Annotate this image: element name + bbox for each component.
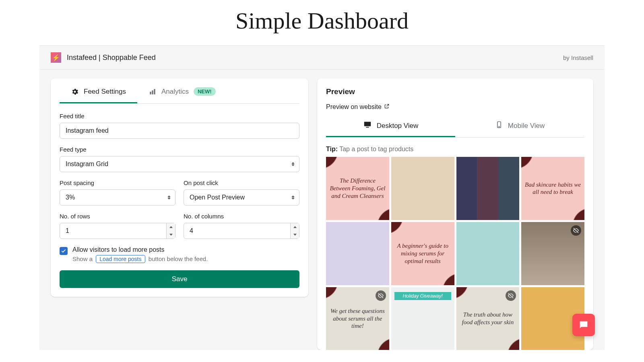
svg-rect-4 [366,127,369,128]
select-caret-icon [291,162,295,166]
settings-tabs: Feed Settings Analytics NEW! [60,78,299,104]
tab-desktop-view[interactable]: Desktop View [326,116,455,137]
hidden-icon [506,290,516,301]
columns-label: No. of columns [184,213,299,220]
preview-tile[interactable] [521,222,584,285]
preview-tile[interactable]: We get these questions about serums all … [326,287,389,350]
bar-chart-icon [149,88,157,96]
tab-mobile-view[interactable]: Mobile View [455,116,584,137]
tab-label: Analytics [161,88,189,96]
app-logo-icon: ⚡ [51,52,61,63]
gear-icon [71,88,79,96]
columns-step-down[interactable] [291,231,299,239]
feed-type-label: Feed type [60,146,299,153]
mobile-icon [495,121,503,131]
preview-grid: The Difference Between Foaming, Gel and … [326,157,584,350]
preview-tile[interactable]: A beginner's guide to mixing serums for … [391,222,454,285]
rows-step-down[interactable] [167,231,175,239]
preview-tile[interactable]: The truth about how food affects your sk… [456,287,520,350]
save-button[interactable]: Save [60,270,299,288]
external-link-icon [384,103,390,111]
app-credit: by Instasell [563,54,593,61]
feed-title-label: Feed title [60,113,299,119]
new-badge: NEW! [194,87,216,96]
select-caret-icon [291,195,295,200]
page-title: Simple Dashboard [0,0,644,45]
preview-on-website-link[interactable]: Preview on website [326,103,390,111]
select-caret-icon [167,195,171,200]
svg-point-6 [499,126,500,127]
preview-tile[interactable]: Holiday Giveaway! [391,287,454,350]
allow-more-label: Allow visitors to load more posts [72,246,208,253]
allow-more-help: Show a Load more posts button below the … [72,255,208,263]
preview-tile[interactable] [326,222,389,285]
rows-input[interactable] [60,223,175,239]
columns-step-up[interactable] [291,223,299,231]
tab-analytics[interactable]: Analytics NEW! [137,78,227,103]
feed-title-input[interactable] [60,123,299,139]
hidden-icon [571,225,581,236]
settings-card: Feed Settings Analytics NEW! Feed title … [51,78,308,297]
preview-tile[interactable] [456,222,520,285]
app-name: Instafeed | Shoppable Feed [67,53,156,62]
on-post-click-select[interactable] [184,189,299,206]
preview-tile[interactable]: Bad skincare habits we all need to break [521,157,584,220]
preview-card: Preview Preview on website Desktop View [317,78,593,350]
app-header: ⚡ Instafeed | Shoppable Feed by Instasel… [39,46,605,70]
preview-tile[interactable] [391,157,454,220]
tip-line: Tip: Tap a post to tag products [326,146,584,153]
app-shell: ⚡ Instafeed | Shoppable Feed by Instasel… [39,45,605,350]
hidden-icon [376,290,386,301]
rows-label: No. of rows [60,213,175,220]
feed-type-select[interactable] [60,156,299,172]
rows-step-up[interactable] [167,223,175,231]
load-more-chip: Load more posts [96,255,145,263]
svg-rect-1 [152,90,153,94]
on-post-click-label: On post click [184,179,299,186]
post-spacing-select[interactable] [60,189,175,206]
svg-rect-2 [154,89,155,94]
columns-input[interactable] [184,223,299,239]
allow-more-checkbox[interactable] [60,247,68,255]
preview-tile[interactable]: The Difference Between Foaming, Gel and … [326,157,389,220]
tab-label: Feed Settings [84,88,126,96]
tab-feed-settings[interactable]: Feed Settings [60,78,137,103]
view-tabs: Desktop View Mobile View [326,116,584,138]
svg-rect-3 [364,122,371,126]
post-spacing-label: Post spacing [60,179,175,186]
desktop-icon [363,120,372,131]
preview-tile[interactable] [456,157,520,220]
svg-rect-0 [150,92,151,95]
preview-title: Preview [326,87,584,96]
chat-fab[interactable] [572,314,595,336]
